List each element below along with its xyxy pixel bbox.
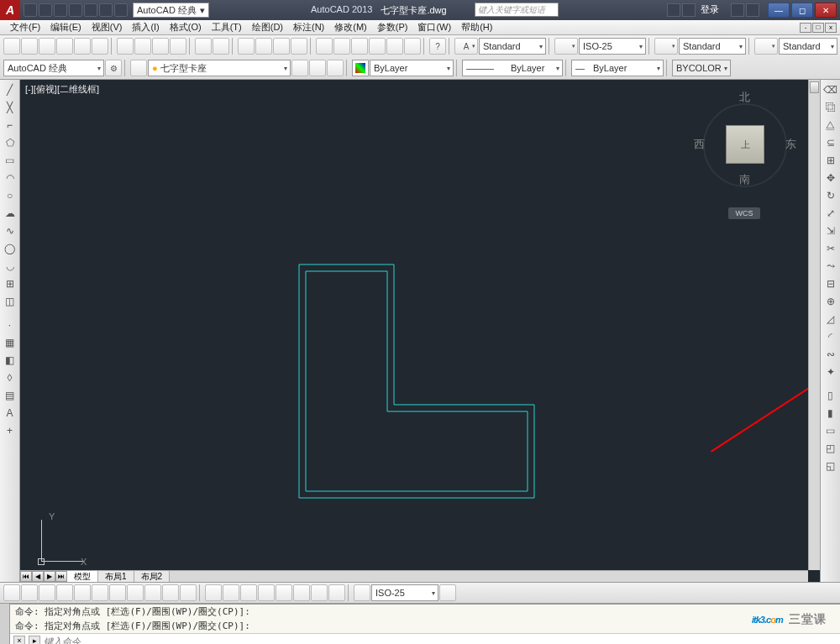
wcs-label[interactable]: WCS (728, 207, 760, 219)
addsel-icon[interactable]: + (2, 422, 18, 439)
pline-icon[interactable]: ⌐ (2, 117, 18, 134)
mdi-close-button[interactable]: x (825, 23, 837, 33)
qat-redo-icon[interactable] (114, 3, 128, 17)
viewcube-east[interactable]: 东 (785, 137, 796, 152)
dim-aligned-icon[interactable] (21, 584, 38, 601)
revcloud-icon[interactable]: ☁ (2, 205, 18, 222)
ellipsearc-icon[interactable]: ◡ (2, 258, 18, 275)
erase-icon[interactable]: ⌫ (822, 81, 839, 98)
xline-icon[interactable]: ╳ (2, 99, 18, 116)
ucs-icon[interactable]: Y X (29, 511, 87, 562)
dim-style-combo-2[interactable]: ISO-25 (371, 584, 438, 601)
dim-baseline-icon[interactable] (162, 584, 179, 601)
block-icon[interactable]: ◫ (2, 293, 18, 310)
markup-icon[interactable] (386, 38, 403, 55)
trim-icon[interactable]: ✂ (822, 240, 839, 257)
circle-icon[interactable]: ○ (2, 187, 18, 204)
point-icon[interactable]: · (2, 317, 18, 333)
dim-quick-icon[interactable] (144, 584, 161, 601)
dim-ordinate-icon[interactable] (56, 584, 73, 601)
layer-props-icon[interactable] (130, 60, 147, 76)
dim-tolerance-icon[interactable] (240, 584, 257, 601)
sheet-set-icon[interactable] (369, 38, 386, 55)
front-icon[interactable]: ▮ (822, 405, 839, 421)
tab-model[interactable]: 模型 (67, 571, 98, 582)
dim-break-icon[interactable] (223, 584, 239, 601)
login-button[interactable]: 登录 (697, 3, 722, 17)
table-icon[interactable]: ▤ (2, 387, 18, 404)
draworder-icon[interactable]: ▯ (822, 387, 839, 404)
dim-jogged-icon[interactable] (92, 584, 108, 601)
dim-edit-icon[interactable] (311, 584, 328, 601)
below-icon[interactable]: ◱ (822, 458, 839, 474)
app-icon[interactable]: A (0, 0, 20, 20)
tab-first-button[interactable]: ⏮ (20, 571, 32, 582)
dim-style-icon[interactable] (554, 38, 578, 55)
layer-state-icon[interactable] (327, 60, 344, 76)
view-cube[interactable]: 北 东 南 西 上 WCS (699, 90, 791, 199)
zoom-window-icon[interactable] (273, 38, 290, 55)
match-icon[interactable] (170, 38, 186, 55)
break-icon[interactable]: ⊟ (822, 275, 839, 292)
ellipse-icon[interactable]: ◯ (2, 240, 18, 257)
qat-undo-icon[interactable] (99, 3, 113, 17)
menu-parametric[interactable]: 参数(P) (372, 21, 413, 34)
vertical-scrollbar[interactable] (808, 80, 820, 570)
region-icon[interactable]: ◊ (2, 369, 18, 386)
back-icon[interactable]: ▭ (822, 422, 839, 439)
command-input[interactable] (44, 636, 837, 644)
layer-combo[interactable]: ● 七字型卡座 (148, 60, 291, 76)
drawing-area[interactable]: [-][俯视][二维线框] 北 东 南 西 上 WCS (20, 80, 820, 582)
dim-linear-icon[interactable] (3, 584, 20, 601)
signin-icon[interactable] (682, 3, 696, 17)
menu-insert[interactable]: 插入(I) (127, 21, 164, 34)
gradient-icon[interactable]: ◧ (2, 352, 18, 369)
qat-saveas-icon[interactable] (69, 3, 82, 17)
qat-save-icon[interactable] (54, 3, 67, 17)
dim-style-combo[interactable]: ISO-25 (579, 38, 646, 55)
table-style-combo[interactable]: Standard (679, 38, 746, 55)
dim-space-icon[interactable] (205, 584, 222, 601)
redo-icon[interactable] (213, 38, 229, 55)
array-icon[interactable]: ⊞ (822, 152, 839, 169)
tool-palette-icon[interactable] (351, 38, 368, 55)
dim-center-icon[interactable] (258, 584, 275, 601)
polygon-icon[interactable]: ⬠ (2, 134, 18, 151)
rectangle-icon[interactable]: ▭ (2, 152, 18, 169)
tab-next-button[interactable]: ▶ (44, 571, 55, 582)
blend-icon[interactable]: ∾ (822, 346, 839, 363)
viewcube-south[interactable]: 南 (739, 172, 750, 187)
mdi-minimize-button[interactable]: - (800, 23, 811, 33)
menu-tools[interactable]: 工具(T) (207, 21, 247, 34)
fillet-icon[interactable]: ◜ (822, 328, 839, 345)
publish-icon[interactable] (92, 38, 108, 55)
properties-icon[interactable] (316, 38, 333, 55)
maximize-button[interactable]: ◻ (791, 3, 813, 18)
text-style-combo[interactable]: Standard (479, 38, 546, 55)
tab-prev-button[interactable]: ◀ (32, 571, 44, 582)
color-combo[interactable]: ByLayer (370, 60, 454, 76)
arc-icon[interactable]: ◠ (2, 170, 18, 186)
plot-icon[interactable] (56, 38, 73, 55)
explode-icon[interactable]: ✦ (822, 364, 839, 380)
layer-iso-icon[interactable] (291, 60, 308, 76)
qat-new-icon[interactable] (24, 3, 37, 17)
plotstyle-combo[interactable]: BYCOLOR (672, 60, 731, 76)
design-center-icon[interactable] (333, 38, 350, 55)
dim-inspect-icon[interactable] (276, 584, 292, 601)
save-icon[interactable] (39, 38, 55, 55)
stretch-icon[interactable]: ⇲ (822, 223, 839, 239)
zoom-icon[interactable] (255, 38, 272, 55)
above-icon[interactable]: ◰ (822, 440, 839, 457)
menu-window[interactable]: 窗口(W) (412, 21, 456, 34)
help-icon[interactable] (746, 3, 759, 17)
cmd-toggle-icon[interactable]: × (13, 636, 25, 644)
mleader-style-icon[interactable] (754, 38, 778, 55)
mirror-icon[interactable]: ⧋ (822, 117, 839, 134)
new-icon[interactable] (3, 38, 20, 55)
tab-layout2[interactable]: 布局2 (134, 571, 171, 582)
infocenter-icon[interactable] (667, 3, 680, 17)
insert-icon[interactable]: ⊞ (2, 275, 18, 292)
copy-icon[interactable] (134, 38, 151, 55)
dim-update-icon[interactable] (354, 584, 370, 601)
